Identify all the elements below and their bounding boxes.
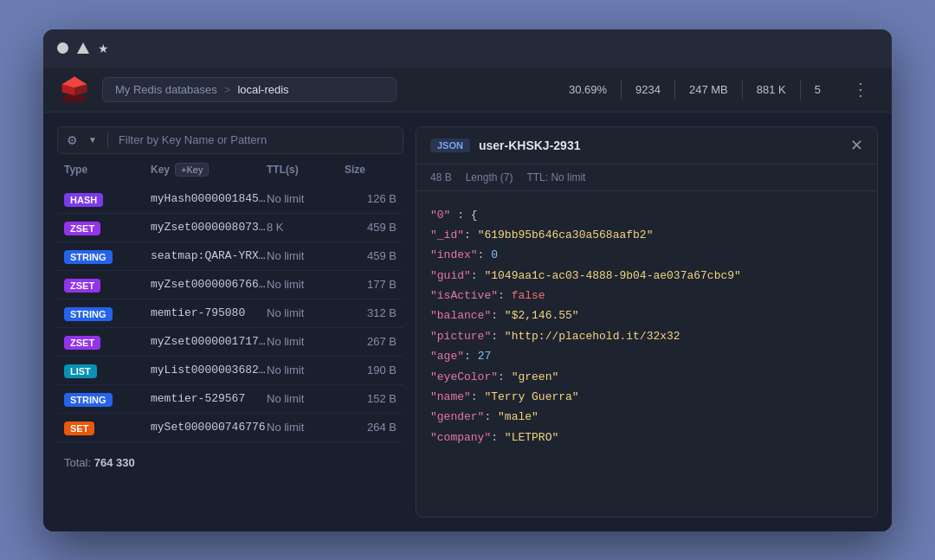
more-options-button[interactable]: ⋮ <box>845 75 878 103</box>
row-type: STRING <box>64 391 151 407</box>
json-length: Length (7) <box>466 171 513 183</box>
row-size: 459 B <box>345 221 397 234</box>
row-key: myHash000000184538 <box>151 192 267 205</box>
json-size: 48 B <box>430 171 452 183</box>
type-badge: SET <box>64 422 94 435</box>
json-meta: 48 B Length (7) TTL: No limit <box>416 164 877 191</box>
row-size: 152 B <box>345 392 397 405</box>
filter-bar[interactable]: ⚙ ▼ Filter by Key Name or Pattern <box>57 126 403 154</box>
row-type: ZSET <box>64 334 151 350</box>
app-window: ★ My Redis databases > <box>43 29 892 531</box>
filter-input[interactable]: Filter by Key Name or Pattern <box>119 133 394 146</box>
titlebar: ★ <box>43 29 892 68</box>
maximize-icon[interactable]: ★ <box>98 42 109 55</box>
json-ttl: TTL: No limit <box>526 171 585 183</box>
row-ttl: No limit <box>267 192 345 205</box>
breadcrumb-parent[interactable]: My Redis databases <box>115 83 217 96</box>
json-type-label: JSON <box>430 138 470 152</box>
stats-bar: 30.69%9234247 MB881 K5 <box>555 80 835 100</box>
row-size: 312 B <box>345 306 397 319</box>
table-row[interactable]: HASH myHash000000184538 No limit 126 B <box>57 185 403 214</box>
row-key: mySet000000746776 <box>151 421 267 434</box>
type-badge: STRING <box>64 250 113 264</box>
json-line: "company": "LETPRO" <box>430 428 863 447</box>
table-row[interactable]: ZSET myZset000000807378 8 K 459 B <box>57 214 403 242</box>
breadcrumb-current: local-redis <box>237 83 288 96</box>
json-line: "gender": "male" <box>430 407 863 427</box>
breadcrumb-area: My Redis databases > local-redis <box>102 77 545 102</box>
row-size: 264 B <box>345 421 397 434</box>
table-row[interactable]: SET mySet000000746776 No limit 264 B <box>57 414 403 442</box>
close-button[interactable]: ✕ <box>850 138 863 153</box>
row-size: 267 B <box>345 335 397 348</box>
type-badge: ZSET <box>64 279 100 293</box>
row-key: memtier-529567 <box>151 392 267 405</box>
row-ttl: 8 K <box>267 221 345 234</box>
stat-commands: 881 K <box>743 80 801 100</box>
filter-divider <box>107 132 108 148</box>
type-badge: LIST <box>64 364 97 378</box>
close-icon[interactable] <box>57 42 68 54</box>
row-type: SET <box>64 420 151 435</box>
json-line: "guid": "1049aa1c-ac03-4888-9b04-ae037a6… <box>430 266 863 286</box>
table-row[interactable]: STRING seatmap:QARA-YRXA-TZUY:General:UF… <box>57 242 403 271</box>
breadcrumb[interactable]: My Redis databases > local-redis <box>102 77 397 102</box>
row-key: seatmap:QARA-YRXA-TZUY:General:UF <box>151 249 267 262</box>
row-key: myZset000000807378 <box>151 221 267 234</box>
chevron-down-icon: ▼ <box>88 135 97 145</box>
json-line: "picture": "http://placehold.it/32x32 <box>430 326 863 346</box>
breadcrumb-separator: > <box>224 83 231 96</box>
right-panel: JSON user-KHSKJ-2931 ✕ 48 B Length (7) T… <box>416 126 878 518</box>
add-key-button[interactable]: +Key <box>175 163 209 177</box>
table-row[interactable]: STRING memtier-529567 No limit 152 B <box>57 385 403 414</box>
table-row[interactable]: STRING memtier-795080 No limit 312 B <box>57 299 403 328</box>
col-type: Type <box>64 164 151 176</box>
table-header: Type Key +Key TTL(s) Size <box>57 163 403 177</box>
row-ttl: No limit <box>267 278 345 291</box>
row-ttl: No limit <box>267 306 345 319</box>
stat-keys: 9234 <box>622 80 675 100</box>
row-size: 459 B <box>345 249 397 262</box>
row-ttl: No limit <box>267 249 345 262</box>
total-bar: Total: 764 330 <box>57 451 403 469</box>
table-row[interactable]: ZSET myZset000000676663 No limit 177 B <box>57 271 403 299</box>
type-badge: HASH <box>64 193 103 207</box>
json-line: "index": 0 <box>430 245 863 265</box>
filter-icon: ⚙ <box>67 133 78 147</box>
col-key: Key +Key <box>151 163 267 177</box>
stat-clients: 5 <box>801 80 835 100</box>
row-ttl: No limit <box>267 421 345 434</box>
table-row[interactable]: LIST myList000000368230 No limit 190 B <box>57 357 403 385</box>
row-type: ZSET <box>64 220 151 235</box>
json-line: "balance": "$2,146.55" <box>430 306 863 325</box>
row-ttl: No limit <box>267 335 345 348</box>
table-row[interactable]: ZSET myZset000000171790 No limit 267 B <box>57 328 403 357</box>
row-size: 126 B <box>345 192 397 205</box>
json-key-title: user-KHSKJ-2931 <box>479 138 842 152</box>
json-line: "age": 27 <box>430 346 863 366</box>
type-badge: STRING <box>64 393 113 407</box>
row-type: HASH <box>64 191 151 207</box>
json-line: "eyeColor": "green" <box>430 367 863 387</box>
stat-cpu: 30.69% <box>555 80 622 100</box>
row-ttl: No limit <box>267 392 345 405</box>
row-type: STRING <box>64 306 151 321</box>
topbar: My Redis databases > local-redis 30.69%9… <box>43 68 892 113</box>
row-key: myZset000000171790 <box>151 335 267 348</box>
row-size: 190 B <box>345 364 397 377</box>
row-key: memtier-795080 <box>151 306 267 319</box>
row-key: myZset000000676663 <box>151 278 267 291</box>
json-line: "name": "Terry Guerra" <box>430 387 863 407</box>
json-line: "isActive": false <box>430 286 863 306</box>
minimize-icon[interactable] <box>77 42 89 54</box>
filter-dropdown[interactable]: ▼ <box>85 135 97 145</box>
window-controls: ★ <box>57 42 109 55</box>
type-badge: STRING <box>64 307 113 321</box>
redis-logo <box>57 72 92 106</box>
main-area: My Redis databases > local-redis 30.69%9… <box>43 68 892 531</box>
row-ttl: No limit <box>267 364 345 377</box>
json-body: "0" : {"_id": "619bb95b646ca30a568aafb2"… <box>416 191 877 517</box>
row-type: LIST <box>64 363 151 378</box>
type-badge: ZSET <box>64 336 100 350</box>
row-size: 177 B <box>345 278 397 291</box>
